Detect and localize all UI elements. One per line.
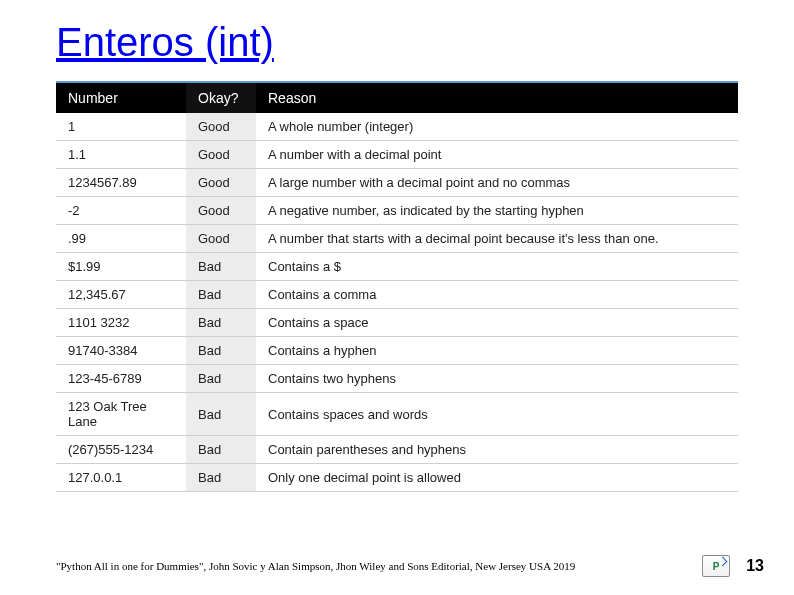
cell-number: 1234567.89 <box>56 169 186 197</box>
cell-number: 91740-3384 <box>56 337 186 365</box>
cell-reason: Contains a space <box>256 309 738 337</box>
cell-number: 1.1 <box>56 141 186 169</box>
table-row: .99GoodA number that starts with a decim… <box>56 225 738 253</box>
cell-okay: Bad <box>186 464 256 492</box>
cell-number: 1 <box>56 113 186 141</box>
table-row: 1101 3232BadContains a space <box>56 309 738 337</box>
cell-okay: Bad <box>186 393 256 436</box>
cell-okay: Bad <box>186 253 256 281</box>
table-row: 1.1GoodA number with a decimal point <box>56 141 738 169</box>
cell-okay: Good <box>186 141 256 169</box>
table-row: -2GoodA negative number, as indicated by… <box>56 197 738 225</box>
col-header-okay: Okay? <box>186 82 256 113</box>
cell-number: (267)555-1234 <box>56 436 186 464</box>
cell-reason: A large number with a decimal point and … <box>256 169 738 197</box>
table-row: (267)555-1234BadContain parentheses and … <box>56 436 738 464</box>
cell-number: 12,345.67 <box>56 281 186 309</box>
cell-number: 127.0.0.1 <box>56 464 186 492</box>
cell-reason: Contains spaces and words <box>256 393 738 436</box>
table-row: 123-45-6789BadContains two hyphens <box>56 365 738 393</box>
page-number: 13 <box>746 557 764 575</box>
cell-number: .99 <box>56 225 186 253</box>
cell-number: 1101 3232 <box>56 309 186 337</box>
table-header-row: Number Okay? Reason <box>56 82 738 113</box>
cell-reason: A number with a decimal point <box>256 141 738 169</box>
cell-reason: Contains a comma <box>256 281 738 309</box>
cell-reason: Contains two hyphens <box>256 365 738 393</box>
footer: "Python All in one for Dummies", John So… <box>56 555 764 577</box>
logo-icon: P <box>702 555 730 577</box>
cell-reason: Only one decimal point is allowed <box>256 464 738 492</box>
cell-okay: Good <box>186 225 256 253</box>
cell-okay: Bad <box>186 365 256 393</box>
cell-number: -2 <box>56 197 186 225</box>
cell-okay: Good <box>186 169 256 197</box>
cell-reason: A whole number (integer) <box>256 113 738 141</box>
table-row: 123 Oak Tree LaneBadContains spaces and … <box>56 393 738 436</box>
table-row: 127.0.0.1BadOnly one decimal point is al… <box>56 464 738 492</box>
cell-reason: A number that starts with a decimal poin… <box>256 225 738 253</box>
number-format-table: Number Okay? Reason 1GoodA whole number … <box>56 81 738 492</box>
cell-okay: Bad <box>186 309 256 337</box>
cell-number: 123 Oak Tree Lane <box>56 393 186 436</box>
cell-number: 123-45-6789 <box>56 365 186 393</box>
footer-right: P 13 <box>702 555 764 577</box>
cell-reason: Contain parentheses and hyphens <box>256 436 738 464</box>
col-header-reason: Reason <box>256 82 738 113</box>
cell-okay: Good <box>186 113 256 141</box>
slide: Enteros (int) Number Okay? Reason 1GoodA… <box>0 0 794 595</box>
cell-okay: Bad <box>186 337 256 365</box>
cell-number: $1.99 <box>56 253 186 281</box>
table-row: 1234567.89GoodA large number with a deci… <box>56 169 738 197</box>
table-row: 91740-3384BadContains a hyphen <box>56 337 738 365</box>
cell-okay: Bad <box>186 436 256 464</box>
logo-glyph: P <box>713 561 720 572</box>
cell-okay: Bad <box>186 281 256 309</box>
cell-reason: A negative number, as indicated by the s… <box>256 197 738 225</box>
col-header-number: Number <box>56 82 186 113</box>
citation-text: "Python All in one for Dummies", John So… <box>56 560 575 572</box>
cell-reason: Contains a $ <box>256 253 738 281</box>
table-row: 1GoodA whole number (integer) <box>56 113 738 141</box>
page-title: Enteros (int) <box>56 20 738 65</box>
table-row: $1.99BadContains a $ <box>56 253 738 281</box>
cell-reason: Contains a hyphen <box>256 337 738 365</box>
cell-okay: Good <box>186 197 256 225</box>
table-row: 12,345.67BadContains a comma <box>56 281 738 309</box>
